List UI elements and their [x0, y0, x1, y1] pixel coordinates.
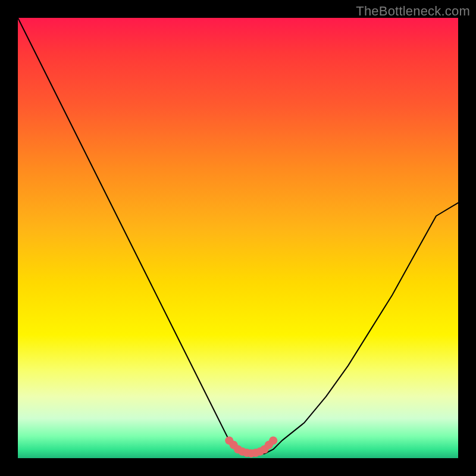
curve-layer [18, 18, 458, 458]
trough-marker-dot [269, 436, 277, 444]
watermark-text: TheBottleneck.com [356, 4, 470, 19]
chart-frame: TheBottleneck.com [0, 0, 476, 476]
bottleneck-curve [18, 18, 458, 454]
trough-marker-dots [225, 436, 277, 458]
plot-area [18, 18, 458, 458]
